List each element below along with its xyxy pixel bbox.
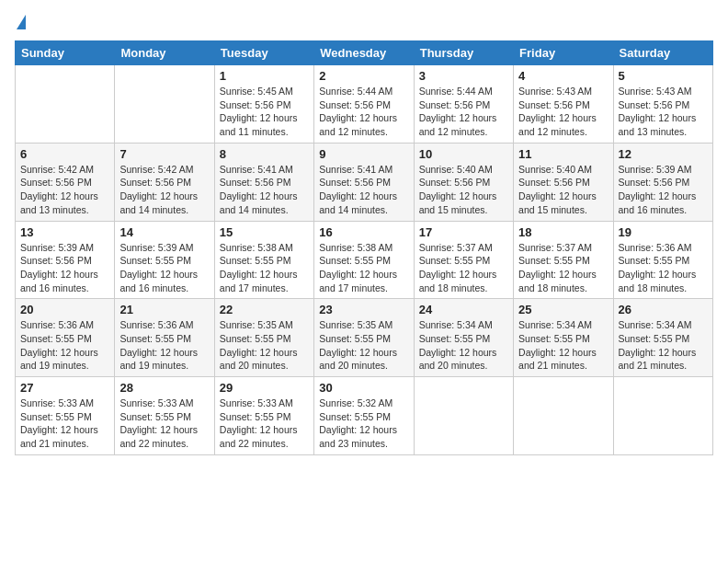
calendar-header-row: SundayMondayTuesdayWednesdayThursdayFrid… <box>16 41 713 65</box>
day-number: 5 <box>619 69 708 83</box>
calendar-table: SundayMondayTuesdayWednesdayThursdayFrid… <box>15 40 713 455</box>
day-info: Sunrise: 5:45 AM Sunset: 5:56 PM Dayligh… <box>220 85 309 139</box>
day-number: 12 <box>619 147 708 161</box>
day-number: 22 <box>220 303 309 316</box>
day-number: 8 <box>220 147 309 161</box>
calendar-cell: 14Sunrise: 5:39 AM Sunset: 5:55 PM Dayli… <box>115 221 214 299</box>
day-info: Sunrise: 5:43 AM Sunset: 5:56 PM Dayligh… <box>518 85 608 139</box>
calendar-cell <box>16 65 115 144</box>
calendar-cell <box>613 377 712 455</box>
day-info: Sunrise: 5:34 AM Sunset: 5:55 PM Dayligh… <box>419 318 508 373</box>
calendar-cell: 22Sunrise: 5:35 AM Sunset: 5:55 PM Dayli… <box>214 299 313 377</box>
calendar-cell: 18Sunrise: 5:37 AM Sunset: 5:55 PM Dayli… <box>514 221 613 299</box>
calendar-cell: 16Sunrise: 5:38 AM Sunset: 5:55 PM Dayli… <box>314 221 414 299</box>
calendar-header-wednesday: Wednesday <box>314 41 414 65</box>
day-info: Sunrise: 5:33 AM Sunset: 5:55 PM Dayligh… <box>119 396 209 451</box>
day-info: Sunrise: 5:34 AM Sunset: 5:55 PM Dayligh… <box>518 318 608 373</box>
calendar-cell: 2Sunrise: 5:44 AM Sunset: 5:56 PM Daylig… <box>314 65 414 144</box>
day-number: 20 <box>20 303 109 316</box>
day-number: 21 <box>119 303 209 316</box>
calendar-week-row: 27Sunrise: 5:33 AM Sunset: 5:55 PM Dayli… <box>16 377 713 455</box>
day-number: 19 <box>619 225 708 239</box>
day-number: 28 <box>119 381 209 395</box>
day-info: Sunrise: 5:39 AM Sunset: 5:56 PM Dayligh… <box>20 241 109 295</box>
calendar-cell: 30Sunrise: 5:32 AM Sunset: 5:55 PM Dayli… <box>314 377 414 455</box>
calendar-header-sunday: Sunday <box>16 41 115 65</box>
calendar-cell: 17Sunrise: 5:37 AM Sunset: 5:55 PM Dayli… <box>414 221 513 299</box>
calendar-header-thursday: Thursday <box>414 41 513 65</box>
day-info: Sunrise: 5:43 AM Sunset: 5:56 PM Dayligh… <box>619 85 708 139</box>
day-info: Sunrise: 5:38 AM Sunset: 5:55 PM Dayligh… <box>220 241 309 295</box>
calendar-cell: 29Sunrise: 5:33 AM Sunset: 5:55 PM Dayli… <box>214 377 313 455</box>
day-info: Sunrise: 5:34 AM Sunset: 5:55 PM Dayligh… <box>619 318 708 373</box>
day-number: 29 <box>220 381 309 395</box>
calendar-header-friday: Friday <box>514 41 613 65</box>
day-number: 24 <box>419 303 508 316</box>
day-info: Sunrise: 5:36 AM Sunset: 5:55 PM Dayligh… <box>20 318 109 373</box>
day-number: 27 <box>20 381 109 395</box>
calendar-cell: 5Sunrise: 5:43 AM Sunset: 5:56 PM Daylig… <box>613 65 712 144</box>
day-info: Sunrise: 5:35 AM Sunset: 5:55 PM Dayligh… <box>319 318 408 373</box>
day-info: Sunrise: 5:37 AM Sunset: 5:55 PM Dayligh… <box>518 241 608 295</box>
day-info: Sunrise: 5:40 AM Sunset: 5:56 PM Dayligh… <box>518 163 608 217</box>
day-number: 13 <box>20 225 109 239</box>
calendar-cell: 13Sunrise: 5:39 AM Sunset: 5:56 PM Dayli… <box>16 221 115 299</box>
day-info: Sunrise: 5:36 AM Sunset: 5:55 PM Dayligh… <box>119 318 209 373</box>
page-header <box>15 15 713 31</box>
day-number: 15 <box>220 225 309 239</box>
calendar-header-saturday: Saturday <box>613 41 712 65</box>
calendar-cell: 25Sunrise: 5:34 AM Sunset: 5:55 PM Dayli… <box>514 299 613 377</box>
day-number: 18 <box>518 225 608 239</box>
day-info: Sunrise: 5:35 AM Sunset: 5:55 PM Dayligh… <box>220 318 309 373</box>
day-number: 26 <box>619 303 708 316</box>
day-info: Sunrise: 5:41 AM Sunset: 5:56 PM Dayligh… <box>319 163 408 217</box>
calendar-week-row: 6Sunrise: 5:42 AM Sunset: 5:56 PM Daylig… <box>16 143 713 221</box>
calendar-cell: 19Sunrise: 5:36 AM Sunset: 5:55 PM Dayli… <box>613 221 712 299</box>
day-info: Sunrise: 5:36 AM Sunset: 5:55 PM Dayligh… <box>619 241 708 295</box>
calendar-cell: 3Sunrise: 5:44 AM Sunset: 5:56 PM Daylig… <box>414 65 513 144</box>
day-number: 6 <box>20 147 109 161</box>
day-info: Sunrise: 5:32 AM Sunset: 5:55 PM Dayligh… <box>319 396 408 451</box>
day-number: 3 <box>419 69 508 83</box>
day-info: Sunrise: 5:37 AM Sunset: 5:55 PM Dayligh… <box>419 241 508 295</box>
calendar-cell: 28Sunrise: 5:33 AM Sunset: 5:55 PM Dayli… <box>115 377 214 455</box>
day-info: Sunrise: 5:39 AM Sunset: 5:55 PM Dayligh… <box>119 241 209 295</box>
day-info: Sunrise: 5:44 AM Sunset: 5:56 PM Dayligh… <box>419 85 508 139</box>
day-info: Sunrise: 5:33 AM Sunset: 5:55 PM Dayligh… <box>20 396 109 451</box>
day-info: Sunrise: 5:41 AM Sunset: 5:56 PM Dayligh… <box>220 163 309 217</box>
day-info: Sunrise: 5:44 AM Sunset: 5:56 PM Dayligh… <box>319 85 408 139</box>
day-number: 11 <box>518 147 608 161</box>
calendar-header-monday: Monday <box>115 41 214 65</box>
calendar-week-row: 20Sunrise: 5:36 AM Sunset: 5:55 PM Dayli… <box>16 299 713 377</box>
logo-triangle-icon <box>17 15 26 29</box>
calendar-cell: 8Sunrise: 5:41 AM Sunset: 5:56 PM Daylig… <box>214 143 313 221</box>
calendar-cell: 27Sunrise: 5:33 AM Sunset: 5:55 PM Dayli… <box>16 377 115 455</box>
day-number: 25 <box>518 303 608 316</box>
day-info: Sunrise: 5:42 AM Sunset: 5:56 PM Dayligh… <box>119 163 209 217</box>
calendar-cell: 21Sunrise: 5:36 AM Sunset: 5:55 PM Dayli… <box>115 299 214 377</box>
calendar-cell <box>514 377 613 455</box>
day-number: 7 <box>119 147 209 161</box>
day-number: 30 <box>319 381 408 395</box>
calendar-cell <box>414 377 513 455</box>
calendar-cell: 6Sunrise: 5:42 AM Sunset: 5:56 PM Daylig… <box>16 143 115 221</box>
calendar-cell: 12Sunrise: 5:39 AM Sunset: 5:56 PM Dayli… <box>613 143 712 221</box>
day-info: Sunrise: 5:33 AM Sunset: 5:55 PM Dayligh… <box>220 396 309 451</box>
calendar-cell: 7Sunrise: 5:42 AM Sunset: 5:56 PM Daylig… <box>115 143 214 221</box>
day-number: 1 <box>220 69 309 83</box>
calendar-cell: 4Sunrise: 5:43 AM Sunset: 5:56 PM Daylig… <box>514 65 613 144</box>
calendar-cell: 11Sunrise: 5:40 AM Sunset: 5:56 PM Dayli… <box>514 143 613 221</box>
calendar-cell: 15Sunrise: 5:38 AM Sunset: 5:55 PM Dayli… <box>214 221 313 299</box>
day-number: 23 <box>319 303 408 316</box>
day-info: Sunrise: 5:42 AM Sunset: 5:56 PM Dayligh… <box>20 163 109 217</box>
calendar-header-tuesday: Tuesday <box>214 41 313 65</box>
calendar-cell: 20Sunrise: 5:36 AM Sunset: 5:55 PM Dayli… <box>16 299 115 377</box>
day-number: 2 <box>319 69 408 83</box>
calendar-week-row: 13Sunrise: 5:39 AM Sunset: 5:56 PM Dayli… <box>16 221 713 299</box>
calendar-cell: 9Sunrise: 5:41 AM Sunset: 5:56 PM Daylig… <box>314 143 414 221</box>
day-number: 14 <box>119 225 209 239</box>
calendar-week-row: 1Sunrise: 5:45 AM Sunset: 5:56 PM Daylig… <box>16 65 713 144</box>
logo <box>15 15 26 31</box>
day-number: 4 <box>518 69 608 83</box>
day-info: Sunrise: 5:39 AM Sunset: 5:56 PM Dayligh… <box>619 163 708 217</box>
